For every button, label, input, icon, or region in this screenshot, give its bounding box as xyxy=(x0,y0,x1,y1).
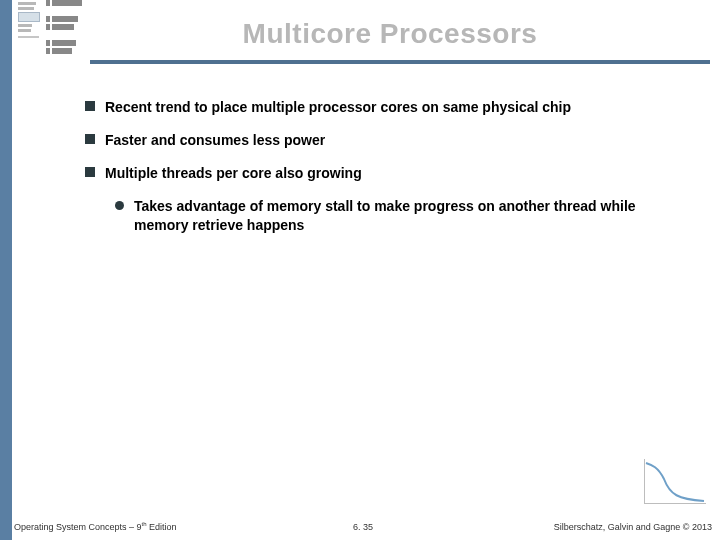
thumbnail-cluster xyxy=(16,0,86,56)
slide-title: Multicore Processors xyxy=(100,18,680,50)
footer-right: Silberschatz, Galvin and Gagne © 2013 xyxy=(554,522,712,532)
footer-left-post: Edition xyxy=(147,522,177,532)
bullet-item: Recent trend to place multiple processor… xyxy=(85,98,685,117)
circle-bullet-icon xyxy=(115,201,124,210)
bullet-item: Multiple threads per core also growing xyxy=(85,164,685,183)
bullet-text: Faster and consumes less power xyxy=(105,131,325,150)
slide-body: Recent trend to place multiple processor… xyxy=(85,98,685,234)
title-underline xyxy=(90,60,710,64)
left-color-bar xyxy=(0,0,12,540)
slide: Multicore Processors Recent trend to pla… xyxy=(0,0,720,540)
bullet-text: Recent trend to place multiple processor… xyxy=(105,98,571,117)
mini-slide-icon xyxy=(16,0,42,56)
square-bullet-icon xyxy=(85,101,95,111)
sub-bullet-item: Takes advantage of memory stall to make … xyxy=(115,197,685,235)
mini-text-strip xyxy=(46,0,86,56)
footer-left-pre: Operating System Concepts – 9 xyxy=(14,522,142,532)
square-bullet-icon xyxy=(85,134,95,144)
bullet-text: Multiple threads per core also growing xyxy=(105,164,362,183)
square-bullet-icon xyxy=(85,167,95,177)
decorative-chart-icon xyxy=(632,457,712,512)
footer-left: Operating System Concepts – 9th Edition xyxy=(14,521,177,532)
footer-center: 6. 35 xyxy=(353,522,373,532)
bullet-item: Faster and consumes less power xyxy=(85,131,685,150)
sub-bullet-text: Takes advantage of memory stall to make … xyxy=(134,197,685,235)
